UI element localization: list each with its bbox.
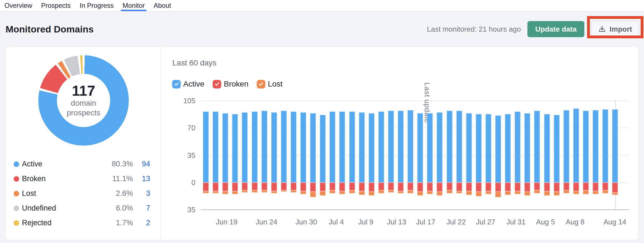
tab-overview[interactable]: Overview <box>4 0 32 11</box>
bar-group[interactable] <box>320 101 326 210</box>
bar-segment-broken <box>261 183 267 190</box>
bar-segment-active <box>388 111 394 182</box>
x-tick-label: Jul 4 <box>329 218 344 226</box>
bar-segment-broken <box>300 183 306 191</box>
bar-group[interactable] <box>329 101 335 210</box>
bar-group[interactable] <box>573 101 579 210</box>
bar-segment-broken <box>495 183 501 192</box>
bar-group[interactable] <box>252 101 258 210</box>
bar-segment-broken <box>388 183 394 190</box>
bar-group[interactable] <box>242 101 248 210</box>
bar-group[interactable] <box>417 101 423 210</box>
bar-segment-lost <box>398 191 404 193</box>
bar-segment-broken <box>369 183 374 192</box>
legend-count-link[interactable]: 3 <box>133 189 150 198</box>
bar-group[interactable] <box>232 101 238 210</box>
bar-group[interactable] <box>593 101 598 210</box>
bar-segment-lost <box>271 191 277 193</box>
update-data-button[interactable]: Update data <box>527 21 584 37</box>
legend-percent: 80.3% <box>102 160 133 168</box>
bar-segment-active <box>261 111 267 182</box>
bar-group[interactable] <box>505 101 511 210</box>
bar-segment-lost <box>583 190 589 194</box>
bar-group[interactable] <box>564 101 569 210</box>
bar-group[interactable] <box>437 101 442 210</box>
bar-group[interactable] <box>291 101 296 210</box>
bar-segment-broken <box>583 183 589 190</box>
legend-row-rejected: Rejected1.7%2 <box>14 216 150 230</box>
bar-group[interactable] <box>544 101 550 210</box>
tab-in-progress[interactable]: In Progress <box>80 0 114 11</box>
header-actions: Last monitored: 21 hours ago Update data… <box>427 21 639 37</box>
bar-group[interactable] <box>310 101 316 210</box>
bar-group[interactable] <box>495 101 501 210</box>
bar-segment-lost <box>456 191 462 193</box>
bar-segment-lost <box>417 192 423 196</box>
bar-group[interactable] <box>359 101 365 210</box>
tab-monitor[interactable]: Monitor <box>122 0 145 11</box>
bar-group[interactable] <box>456 101 462 210</box>
bar-group[interactable] <box>388 101 394 210</box>
monitored-domains-card: 117 domain prospects Active80.3%94Broken… <box>6 47 638 240</box>
bar-group[interactable] <box>271 101 277 210</box>
bar-segment-active <box>524 113 530 183</box>
bar-segment-lost <box>564 190 569 193</box>
bar-group[interactable] <box>378 101 384 210</box>
bar-group[interactable] <box>407 101 413 210</box>
domain-status-donut-chart[interactable]: 117 domain prospects <box>38 55 129 146</box>
legend-count-link[interactable]: 7 <box>133 204 150 212</box>
bar-group[interactable] <box>534 101 540 210</box>
filter-lost[interactable]: Lost <box>257 80 283 88</box>
bar-group[interactable] <box>300 101 306 210</box>
bar-segment-active <box>310 113 316 183</box>
filter-active[interactable]: Active <box>172 80 204 88</box>
x-tick-label: Jul 17 <box>416 218 435 226</box>
filter-broken[interactable]: Broken <box>213 80 248 88</box>
bar-segment-active <box>466 113 472 183</box>
bar-group[interactable] <box>485 101 491 210</box>
bar-segment-active <box>203 112 209 182</box>
bar-group[interactable] <box>447 101 452 210</box>
bar-segment-active <box>544 114 550 183</box>
tab-about[interactable]: About <box>154 0 171 11</box>
import-button[interactable]: Import <box>591 21 639 37</box>
legend-dot-icon <box>14 161 19 167</box>
bar-group[interactable] <box>466 101 472 210</box>
bar-segment-lost <box>310 192 316 197</box>
bar-group[interactable] <box>612 101 618 210</box>
bar-segment-lost <box>213 191 218 193</box>
bar-group[interactable] <box>554 101 560 210</box>
bar-segment-lost <box>300 191 306 194</box>
bar-segment-broken <box>252 183 258 190</box>
bar-group[interactable] <box>398 101 404 210</box>
bar-segment-broken <box>213 183 218 191</box>
legend-count-link[interactable]: 13 <box>133 174 150 183</box>
bar-segment-broken <box>476 183 482 192</box>
bar-segment-broken <box>515 183 520 191</box>
bar-segment-active <box>271 112 277 183</box>
bar-group[interactable] <box>476 101 482 210</box>
donut-subtitle-line2: prospects <box>67 108 100 118</box>
bar-group[interactable] <box>339 101 345 210</box>
bar-group[interactable] <box>222 101 228 210</box>
bar-group[interactable] <box>203 101 209 210</box>
bar-group[interactable] <box>583 101 589 210</box>
bar-group[interactable] <box>427 101 433 210</box>
bar-segment-broken <box>573 183 579 191</box>
x-tick-label: Aug 5 <box>536 218 555 226</box>
bar-segment-broken <box>203 183 209 191</box>
bar-group[interactable] <box>281 101 287 210</box>
bar-group[interactable] <box>602 101 608 210</box>
tab-prospects[interactable]: Prospects <box>41 0 71 11</box>
bar-group[interactable] <box>261 101 267 210</box>
bar-group[interactable] <box>515 101 520 210</box>
top-nav: OverviewProspectsIn ProgressMonitorAbout <box>0 0 644 12</box>
bar-group[interactable] <box>524 101 530 210</box>
bar-group[interactable] <box>369 101 374 210</box>
legend-count-link[interactable]: 94 <box>133 160 150 168</box>
bar-group[interactable] <box>213 101 218 210</box>
bar-group[interactable] <box>349 101 355 210</box>
bar-segment-active <box>213 112 218 182</box>
legend-dot-icon <box>14 176 19 182</box>
legend-count-link[interactable]: 2 <box>133 219 150 227</box>
